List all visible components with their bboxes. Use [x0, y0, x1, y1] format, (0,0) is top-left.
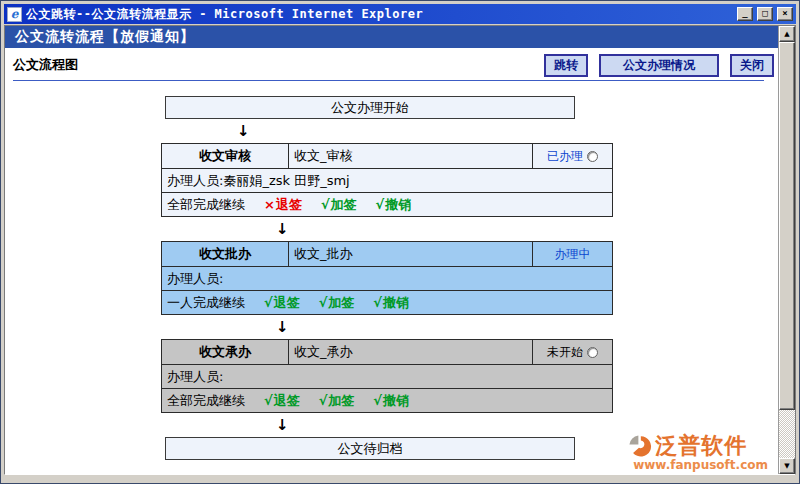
flow-chart: 公文办理开始 ↓ 收文审核 收文_审核 已办理 办理人员:秦丽娟_zsk 田野_… [5, 96, 778, 460]
return-sign-mark-icon: × [264, 197, 275, 212]
add-sign-label: 加签 [328, 295, 354, 310]
return-sign-action[interactable]: ×退签 [264, 196, 302, 214]
scroll-down-icon[interactable]: ▼ [779, 458, 795, 474]
down-arrow-icon: ↓ [13, 217, 778, 241]
revoke-action[interactable]: √撤销 [373, 294, 409, 312]
down-arrow-icon: ↓ [13, 119, 778, 143]
revoke-action[interactable]: √撤销 [373, 392, 409, 410]
vertical-scrollbar[interactable]: ▲ ▼ [778, 26, 795, 474]
return-sign-label: 退签 [274, 295, 300, 310]
stage-rule-row: 全部完成继续 ×退签 √加签 √撤销 [162, 192, 612, 216]
status-radio-button[interactable] [587, 151, 598, 162]
flow-end-box: 公文待归档 [165, 437, 575, 460]
vendor-logo: 泛普软件 www.fanpusoft.com [627, 433, 768, 471]
stage-status-cell: 未开始 [532, 340, 612, 364]
completion-rule: 全部完成继续 [167, 392, 245, 410]
stage-name: 收文批办 [162, 242, 289, 266]
divider-line [13, 80, 764, 81]
stage-review: 收文审核 收文_审核 已办理 办理人员:秦丽娟_zsk 田野_smj 全部完成继… [161, 143, 613, 217]
fanpu-logo-icon [627, 433, 653, 459]
scroll-up-icon[interactable]: ▲ [779, 26, 795, 42]
stage-header-row: 收文承办 收文_承办 未开始 [162, 340, 612, 364]
page-header-bar: 公文流转流程【放假通知】 [5, 26, 778, 48]
page-title: 公文流转流程【放假通知】 [15, 28, 195, 46]
stage-name: 收文审核 [162, 144, 289, 168]
vendor-name: 泛普软件 [655, 435, 747, 457]
browser-window: e 公文跳转--公文流转流程显示 - Microsoft Internet Ex… [0, 0, 800, 484]
section-title: 公文流程图 [13, 56, 78, 74]
add-sign-mark-icon: √ [321, 197, 330, 212]
return-sign-label: 退签 [276, 197, 302, 212]
stage-rule-row: 全部完成继续 √退签 √加签 √撤销 [162, 388, 612, 412]
vendor-url-link[interactable]: www.fanpusoft.com [633, 459, 768, 471]
stage-code: 收文_审核 [289, 144, 532, 168]
stage-staff-row: 办理人员: [162, 266, 612, 290]
return-sign-action[interactable]: √退签 [264, 294, 300, 312]
stage-status-cell: 已办理 [532, 144, 612, 168]
add-sign-action[interactable]: √加签 [319, 294, 355, 312]
stage-code: 收文_批办 [289, 242, 532, 266]
flow-start-box: 公文办理开始 [165, 96, 575, 119]
stage-status-label: 未开始 [547, 344, 583, 361]
window-title: 公文跳转--公文流转流程显示 - Microsoft Internet Expl… [26, 6, 733, 23]
scrollbar-track[interactable] [779, 42, 795, 458]
close-window-button[interactable]: × [777, 7, 793, 21]
revoke-action[interactable]: √撤销 [376, 196, 412, 214]
add-sign-action[interactable]: √加签 [321, 196, 357, 214]
add-sign-label: 加签 [331, 197, 357, 212]
stage-header-row: 收文批办 收文_批办 办理中 [162, 242, 612, 266]
add-sign-mark-icon: √ [319, 393, 328, 408]
revoke-mark-icon: √ [376, 197, 385, 212]
revoke-label: 撤销 [383, 295, 409, 310]
staff-line: 办理人员:秦丽娟_zsk 田野_smj [167, 172, 350, 190]
revoke-label: 撤销 [383, 393, 409, 408]
toolbar: 公文流程图 跳转 公文办理情况 关闭 [5, 54, 778, 76]
return-sign-mark-icon: √ [264, 393, 273, 408]
stage-status-cell: 办理中 [532, 242, 612, 266]
minimize-button[interactable]: _ [737, 7, 753, 21]
stage-status-label: 已办理 [547, 148, 583, 165]
stage-code: 收文_承办 [289, 340, 532, 364]
status-radio-button[interactable] [587, 347, 598, 358]
stage-undertake: 收文承办 收文_承办 未开始 办理人员: 全部完成继续 √退签 √加签 [161, 339, 613, 413]
title-bar: e 公文跳转--公文流转流程显示 - Microsoft Internet Ex… [4, 4, 796, 24]
return-sign-mark-icon: √ [264, 295, 273, 310]
stage-header-row: 收文审核 收文_审核 已办理 [162, 144, 612, 168]
return-sign-action[interactable]: √退签 [264, 392, 300, 410]
completion-rule: 一人完成继续 [167, 294, 245, 312]
revoke-label: 撤销 [385, 197, 411, 212]
add-sign-mark-icon: √ [319, 295, 328, 310]
down-arrow-icon: ↓ [13, 315, 778, 339]
staff-line: 办理人员: [167, 270, 223, 288]
staff-line: 办理人员: [167, 368, 223, 386]
jump-button[interactable]: 跳转 [544, 54, 588, 77]
revoke-mark-icon: √ [373, 393, 382, 408]
revoke-mark-icon: √ [373, 295, 382, 310]
stage-staff-row: 办理人员: [162, 364, 612, 388]
scrollbar-thumb[interactable] [779, 42, 795, 410]
stage-approve: 收文批办 收文_批办 办理中 办理人员: 一人完成继续 √退签 √加签 √撤销 [161, 241, 613, 315]
maximize-button[interactable]: □ [757, 7, 773, 21]
stage-staff-row: 办理人员:秦丽娟_zsk 田野_smj [162, 168, 612, 192]
completion-rule: 全部完成继续 [167, 196, 245, 214]
document-status-button[interactable]: 公文办理情况 [599, 54, 719, 77]
close-page-button[interactable]: 关闭 [730, 54, 774, 77]
stage-name: 收文承办 [162, 340, 289, 364]
page-content: 公文流转流程【放假通知】 公文流程图 跳转 公文办理情况 关闭 公文办理开始 ↓… [5, 26, 778, 474]
browser-client-area: 公文流转流程【放假通知】 公文流程图 跳转 公文办理情况 关闭 公文办理开始 ↓… [4, 25, 796, 475]
return-sign-label: 退签 [274, 393, 300, 408]
add-sign-action[interactable]: √加签 [319, 392, 355, 410]
add-sign-label: 加签 [328, 393, 354, 408]
stage-rule-row: 一人完成继续 √退签 √加签 √撤销 [162, 290, 612, 314]
stage-status-label: 办理中 [555, 246, 591, 263]
internet-explorer-icon: e [7, 7, 22, 22]
